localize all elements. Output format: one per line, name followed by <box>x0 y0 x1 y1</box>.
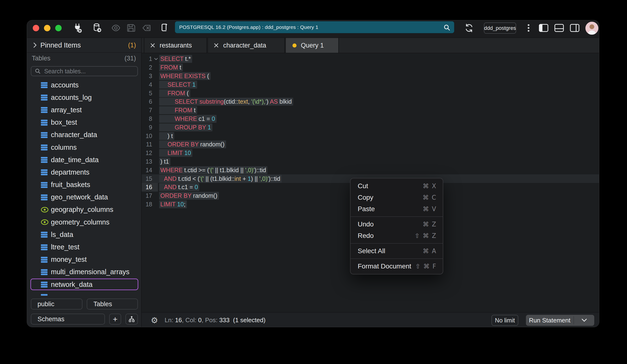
layout-left-sidebar-icon[interactable] <box>538 22 549 34</box>
menu-item-select-all[interactable]: Select All⌘ A <box>351 245 443 257</box>
zoom-window-button[interactable] <box>55 25 62 31</box>
token-kw: SELECT <box>167 81 191 88</box>
tab-restaurants[interactable]: restaurants <box>144 38 207 53</box>
table-row-geography_columns[interactable]: geography_columns <box>27 203 141 216</box>
schema-selector-button[interactable]: public <box>31 299 82 310</box>
run-options-chevron[interactable] <box>574 315 594 326</box>
eye-icon[interactable] <box>110 22 122 34</box>
add-item-button[interactable]: + <box>109 314 121 324</box>
avatar[interactable] <box>585 22 598 35</box>
database-selector-button[interactable]: ddd_postgres <box>484 22 516 34</box>
tab-character_data[interactable]: character_data <box>208 38 285 53</box>
code-line-5[interactable]: 5FROM ( <box>142 89 599 97</box>
code-text: GROUP BY 1 <box>160 124 212 131</box>
new-connection-plug-icon[interactable] <box>72 22 83 34</box>
code-line-3[interactable]: 3WHERE EXISTS ( <box>142 72 599 81</box>
table-row-geo_network_data[interactable]: geo_network_data <box>27 191 141 203</box>
token-pln: c1 = <box>197 115 212 122</box>
tree-structure-icon <box>128 316 135 323</box>
line-number: 5 <box>142 90 152 97</box>
table-row-multi_dimensional_arrays[interactable]: multi_dimensional_arrays <box>27 266 141 278</box>
backspace-icon[interactable] <box>141 22 153 34</box>
table-row-accounts[interactable]: accounts <box>27 79 141 91</box>
token-pln: ; <box>184 201 185 208</box>
menu-item-redo[interactable]: Redo⇧ ⌘ Z <box>351 230 443 241</box>
layout-bottom-split-icon[interactable] <box>553 22 565 34</box>
save-icon[interactable] <box>125 22 137 34</box>
code-line-6[interactable]: 6SELECT substring(ctid::text, '(\d*),') … <box>142 97 599 106</box>
code-line-14[interactable]: 14WHERE t.ctid >= ('(' || t1.blkid || ',… <box>142 166 599 174</box>
open-database-icon[interactable] <box>91 22 103 34</box>
code-line-4[interactable]: 4SELECT 1 <box>142 80 599 89</box>
search-icon[interactable] <box>443 24 451 31</box>
table-row-box_test[interactable]: box_test <box>27 116 141 129</box>
row-limit-button[interactable]: No limit <box>491 315 518 326</box>
table-row-network_data[interactable]: network_data <box>27 278 141 291</box>
menu-item-shortcut: ⇧ ⌘ Z <box>415 232 437 239</box>
gear-icon[interactable]: ⚙ <box>151 316 158 325</box>
token-pln: ) t <box>167 133 173 139</box>
table-name: ltree_test <box>51 243 79 251</box>
close-tab-icon[interactable] <box>214 43 219 48</box>
sql-page-icon[interactable] <box>158 22 170 34</box>
code-line-7[interactable]: 7FROM t <box>142 106 599 115</box>
refresh-icon[interactable] <box>463 22 475 34</box>
token-str: ',0)' <box>260 175 269 182</box>
code-line-1[interactable]: 1SELECT t.* <box>142 55 599 63</box>
table-row-fruit_baskets[interactable]: fruit_baskets <box>27 179 141 191</box>
unsaved-dot-icon <box>292 44 297 47</box>
table-row-ls_data[interactable]: ls_data <box>27 228 141 241</box>
schemas-button[interactable]: Schemas <box>31 314 105 324</box>
table-row-geometry_columns[interactable]: geometry_columns <box>27 216 141 228</box>
table-row-ltree_test[interactable]: ltree_test <box>27 241 141 253</box>
close-tab-icon[interactable] <box>150 43 155 48</box>
menu-item-paste[interactable]: Paste⌘ V <box>351 203 443 215</box>
selection-highlight: FROM t <box>159 106 197 114</box>
menu-item-label: Format Document <box>358 263 411 270</box>
table-row-columns[interactable]: columns <box>27 141 141 154</box>
schema-selector-label: public <box>38 300 54 308</box>
table-row-date_time_data[interactable]: date_time_data <box>27 154 141 166</box>
object-type-selector-button[interactable]: Tables <box>87 299 138 310</box>
menu-divider <box>351 258 443 259</box>
tab-query-1[interactable]: Query 1 <box>285 38 339 53</box>
menu-item-undo[interactable]: Undo⌘ Z <box>351 219 443 230</box>
tableplus-window: POSTGRESQL 16.2 (Postgres.app) : ddd_pos… <box>27 20 599 327</box>
fold-chevron-icon[interactable] <box>154 58 158 60</box>
menu-item-copy[interactable]: Copy⌘ C <box>351 192 443 203</box>
menu-item-cut[interactable]: Cut⌘ X <box>351 180 443 192</box>
token-pln <box>198 98 200 105</box>
table-row-accounts_log[interactable]: accounts_log <box>27 91 141 104</box>
connection-title-bar[interactable]: POSTGRESQL 16.2 (Postgres.app) : ddd_pos… <box>175 21 454 33</box>
pinned-items-header[interactable]: Pinned Items (1) <box>27 38 141 53</box>
table-search-box[interactable] <box>31 66 138 76</box>
table-name: departments <box>51 168 89 176</box>
minimize-window-button[interactable] <box>44 25 51 31</box>
code-line-9[interactable]: 9GROUP BY 1 <box>142 123 599 132</box>
close-window-button[interactable] <box>33 25 39 31</box>
table-name: accounts_log <box>51 94 92 101</box>
code-line-11[interactable]: 11ORDER BY random() <box>142 140 599 149</box>
token-pln: )::tid <box>255 167 266 173</box>
code-line-10[interactable]: 10) t <box>142 132 599 140</box>
indent <box>160 138 167 138</box>
code-text: WHERE EXISTS ( <box>160 73 210 80</box>
search-input[interactable] <box>44 68 132 75</box>
table-row-departments[interactable]: departments <box>27 166 141 179</box>
layout-right-sidebar-icon[interactable] <box>569 22 580 34</box>
table-icon <box>40 81 48 89</box>
token-pln: t <box>178 64 181 71</box>
code-line-2[interactable]: 2FROM t <box>142 63 599 72</box>
token-num: 10 <box>184 149 191 156</box>
code-line-8[interactable]: 8WHERE c1 = 0 <box>142 115 599 123</box>
table-row-array_test[interactable]: array_test <box>27 104 141 116</box>
code-line-12[interactable]: 12LIMIT 10 <box>142 149 599 157</box>
table-row-character_data[interactable]: character_data <box>27 129 141 141</box>
schema-diagram-button[interactable] <box>125 314 138 324</box>
table-row-clipped[interactable] <box>27 291 141 296</box>
table-row-money_test[interactable]: money_test <box>27 253 141 266</box>
kebab-menu-icon[interactable] <box>523 22 534 34</box>
run-statement-button[interactable]: Run Statement <box>526 315 594 326</box>
code-line-13[interactable]: 13) t1 <box>142 157 599 166</box>
menu-item-format-document[interactable]: Format Document⇧ ⌘ F <box>351 261 443 272</box>
